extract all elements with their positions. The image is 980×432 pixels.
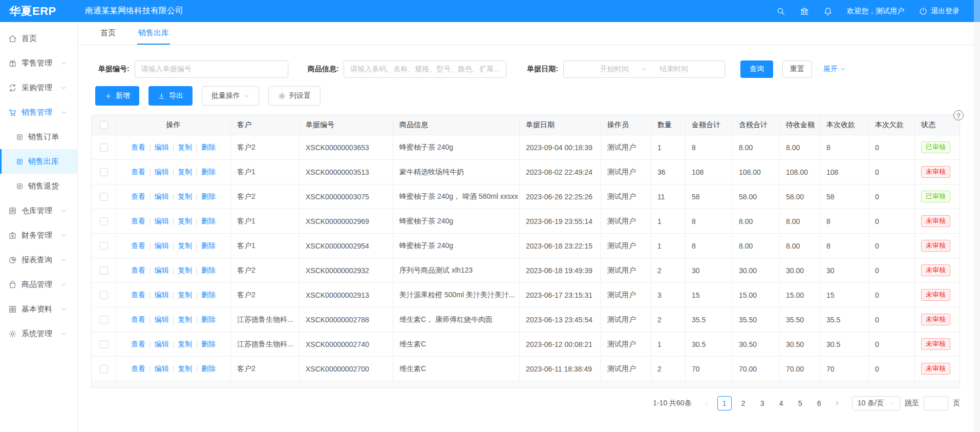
row-checkbox[interactable] [100,266,108,275]
view-link[interactable]: 查看 [131,143,145,152]
sidebar-item-sales-return[interactable]: 销售退货 [0,174,77,198]
delete-link[interactable]: 删除 [201,340,216,349]
row-checkbox[interactable] [100,291,108,299]
expand-filters-link[interactable]: 展开 [823,65,846,74]
delete-link[interactable]: 删除 [201,291,216,300]
prev-page-button[interactable] [700,396,713,410]
chevron-down-icon [889,401,894,406]
tab-home[interactable]: 首页 [99,22,117,45]
delete-link[interactable]: 删除 [201,217,216,226]
table-row: 查看|编辑|复制|删除 客户2 XSCK00000002700 维生素C 202… [92,356,960,381]
copy-link[interactable]: 复制 [178,291,192,300]
sidebar-item-sales-outbound[interactable]: 销售出库 [0,149,77,174]
delete-link[interactable]: 删除 [201,315,216,324]
delete-link[interactable]: 删除 [201,143,216,152]
scrollbar-track[interactable] [974,22,980,432]
edit-link[interactable]: 编辑 [155,217,169,226]
row-checkbox[interactable] [100,316,108,324]
copy-link[interactable]: 复制 [178,266,192,275]
page-button-6[interactable]: 6 [812,396,826,410]
sidebar-item-warehouse[interactable]: 仓库管理 [0,198,77,223]
search-button[interactable]: 查询 [740,60,773,78]
edit-link[interactable]: 编辑 [155,315,169,324]
welcome-user[interactable]: 欢迎您，测试用户 [847,7,904,16]
delete-link[interactable]: 删除 [201,266,216,275]
view-link[interactable]: 查看 [131,241,145,251]
cell-received: 15 [820,283,869,307]
row-checkbox[interactable] [100,143,108,152]
platform-icon[interactable] [800,7,809,16]
next-page-button[interactable] [831,396,843,410]
edit-link[interactable]: 编辑 [155,364,169,374]
view-link[interactable]: 查看 [131,291,145,300]
sidebar-item-purchase[interactable]: 采购管理 [0,75,77,100]
header-operator: 操作员 [601,115,651,135]
product-info-input[interactable]: 请输入条码、名称、规格、型号、颜色、扩展... [344,60,506,78]
delete-link[interactable]: 删除 [201,192,216,201]
copy-link[interactable]: 复制 [178,217,192,226]
export-button[interactable]: 导出 [148,86,193,106]
help-icon[interactable]: ? [953,110,964,120]
column-settings-button[interactable]: 列设置 [268,86,321,106]
select-all-checkbox[interactable] [100,121,108,129]
add-button[interactable]: 新增 [95,86,139,106]
sidebar-item-finance[interactable]: 财务管理 [0,223,77,248]
delete-link[interactable]: 删除 [201,364,216,374]
sidebar-item-system[interactable]: 系统管理 [0,321,77,346]
page-button-2[interactable]: 2 [736,396,751,410]
batch-actions-button[interactable]: 批量操作 [202,86,259,106]
sidebar-item-retail[interactable]: 零售管理 [0,51,77,75]
sidebar-item-sales-order[interactable]: 销售订单 [0,125,77,149]
sidebar-item-home[interactable]: 首页 [0,26,77,51]
page-button-5[interactable]: 5 [793,396,807,410]
edit-link[interactable]: 编辑 [155,143,169,152]
copy-link[interactable]: 复制 [178,364,192,374]
edit-link[interactable]: 编辑 [155,168,169,177]
edit-link[interactable]: 编辑 [155,266,169,275]
copy-link[interactable]: 复制 [178,241,192,251]
view-link[interactable]: 查看 [131,315,145,324]
page-button-3[interactable]: 3 [755,396,770,410]
row-checkbox[interactable] [100,242,108,250]
delete-link[interactable]: 删除 [201,168,216,177]
view-link[interactable]: 查看 [131,340,145,349]
date-range-input[interactable]: 开始时间 ~ 结束时间 [563,60,725,78]
bill-no-input[interactable]: 请输入单据编号 [135,60,288,78]
jump-to-page-input[interactable] [924,396,948,410]
cell-received: 108 [820,160,869,184]
copy-link[interactable]: 复制 [178,168,192,177]
scrollbar-track[interactable] [974,0,980,22]
page-button-4[interactable]: 4 [774,396,789,410]
copy-link[interactable]: 复制 [178,143,192,152]
sidebar-item-basic-data[interactable]: 基本资料 [0,297,77,321]
copy-link[interactable]: 复制 [178,315,192,324]
delete-link[interactable]: 删除 [201,241,216,251]
view-link[interactable]: 查看 [131,192,145,201]
row-checkbox[interactable] [100,340,108,348]
view-link[interactable]: 查看 [131,364,145,374]
row-checkbox[interactable] [100,217,108,225]
page-button-1[interactable]: 1 [717,396,732,410]
sidebar-item-reports[interactable]: 报表查询 [0,248,77,272]
sidebar-item-sales[interactable]: 销售管理 [0,100,77,125]
row-checkbox[interactable] [100,193,108,201]
view-link[interactable]: 查看 [131,168,145,177]
search-icon[interactable] [776,7,785,16]
edit-link[interactable]: 编辑 [155,241,169,251]
edit-link[interactable]: 编辑 [155,340,169,349]
row-checkbox[interactable] [100,168,108,176]
row-checkbox[interactable] [100,365,108,373]
tab-sales-outbound[interactable]: 销售出库 [137,22,170,45]
edit-link[interactable]: 编辑 [155,192,169,201]
logout-button[interactable]: 退出登录 [919,7,960,16]
page-size-select[interactable]: 10 条/页 [852,396,900,410]
notification-bell-icon[interactable] [823,7,833,16]
copy-link[interactable]: 复制 [178,340,192,349]
edit-link[interactable]: 编辑 [155,291,169,300]
sidebar-item-products[interactable]: 商品管理 [0,272,77,297]
view-link[interactable]: 查看 [131,266,145,275]
cell-tax-total: 35.50 [733,307,780,332]
view-link[interactable]: 查看 [131,217,145,226]
copy-link[interactable]: 复制 [178,192,192,201]
reset-button[interactable]: 重置 [782,60,812,78]
